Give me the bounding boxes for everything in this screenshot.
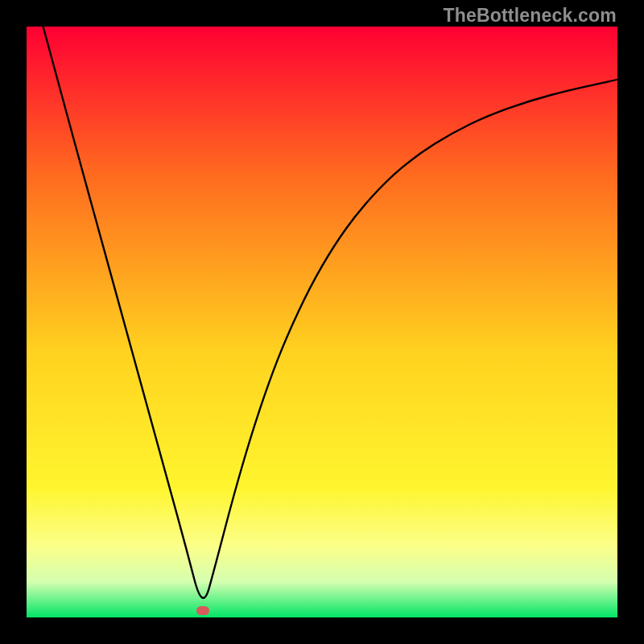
- optimum-marker: [196, 606, 209, 615]
- plot-area: [27, 27, 617, 617]
- bottleneck-curve: [27, 27, 617, 617]
- watermark-text: TheBottleneck.com: [443, 5, 617, 27]
- chart-frame: TheBottleneck.com: [0, 0, 644, 644]
